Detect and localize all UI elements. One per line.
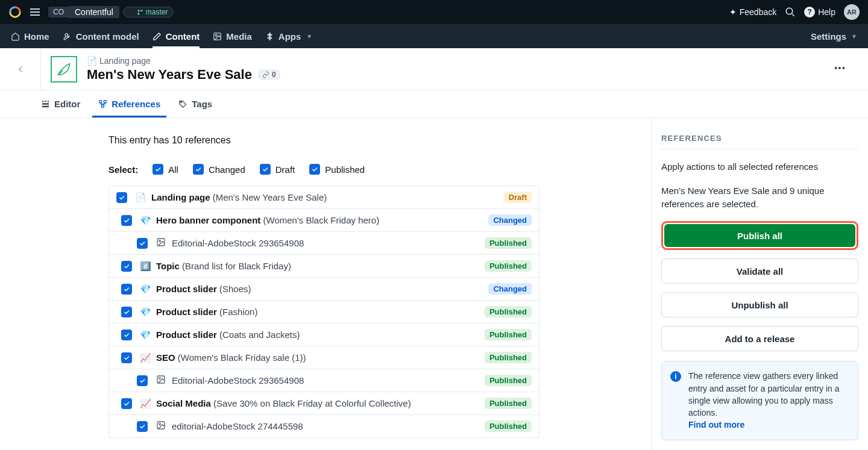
link-count-badge[interactable]: 0 — [258, 69, 280, 80]
reference-row[interactable]: 📄Landing page (Men's New Years Eve Sale)… — [109, 186, 539, 209]
validate-all-button[interactable]: Validate all — [661, 258, 858, 284]
reference-type: Hero banner component — [156, 215, 260, 225]
back-button[interactable] — [0, 48, 41, 90]
chevron-down-icon: ▼ — [306, 33, 312, 40]
references-icon — [98, 99, 107, 108]
wrench-icon — [63, 32, 72, 41]
select-label: Select: — [108, 164, 138, 175]
more-icon — [833, 61, 846, 75]
svg-point-1 — [137, 10, 139, 11]
help-link[interactable]: ? Help — [804, 7, 835, 17]
chevron-down-icon: ▼ — [851, 33, 857, 40]
help-label: Help — [818, 7, 835, 17]
checkbox-icon — [309, 164, 320, 175]
image-icon — [213, 32, 222, 41]
nav-content[interactable]: Content — [153, 24, 200, 48]
tab-references[interactable]: References — [98, 90, 160, 117]
reference-icon: 📄 — [134, 192, 146, 203]
checkbox-icon[interactable] — [121, 284, 132, 295]
entry-header: 📄 Landing page Men's New Years Eve Sale … — [0, 48, 868, 90]
nav-home[interactable]: Home — [11, 24, 49, 48]
reference-icon — [155, 237, 167, 249]
svg-point-10 — [42, 101, 44, 102]
unpublish-all-button[interactable]: Unpublish all — [661, 292, 858, 317]
publish-all-highlight: Publish all — [661, 221, 858, 250]
reference-icon: 📈 — [139, 352, 151, 363]
checkbox-icon[interactable] — [121, 352, 132, 363]
filter-draft[interactable]: Draft — [260, 164, 295, 175]
reference-row[interactable]: editorial-AdobeStock 274445598Published — [109, 415, 539, 438]
checkbox-icon[interactable] — [137, 238, 148, 249]
reference-row[interactable]: 💎Product slider (Shoes)Changed — [109, 278, 539, 301]
editor-icon — [41, 99, 50, 108]
checkbox-icon[interactable] — [137, 421, 148, 432]
puzzle-icon — [265, 32, 274, 41]
reference-row[interactable]: Editorial-AdobeStock 293654908Published — [109, 232, 539, 255]
reference-type: Topic — [156, 261, 180, 271]
reference-icon: 💎 — [139, 330, 151, 340]
status-badge: Published — [485, 375, 532, 386]
reference-type: Product slider — [156, 330, 217, 340]
project-name[interactable]: Contentful — [69, 6, 119, 18]
reference-row[interactable]: 📈SEO (Women's Black Friday sale (1))Publ… — [109, 346, 539, 369]
nav-apps[interactable]: Apps ▼ — [265, 24, 312, 48]
svg-point-3 — [141, 10, 143, 11]
info-link[interactable]: Find out more — [688, 420, 744, 430]
filter-all[interactable]: All — [153, 164, 178, 175]
entry-tabs: Editor References Tags — [0, 90, 868, 118]
filter-published[interactable]: Published — [309, 164, 365, 175]
search-icon[interactable] — [785, 7, 796, 17]
feedback-link[interactable]: ✦ Feedback — [729, 7, 776, 17]
space-badge[interactable]: CO — [48, 7, 69, 17]
checkbox-icon[interactable] — [121, 215, 132, 226]
page-icon: 📄 — [87, 56, 97, 66]
tab-tags[interactable]: Tags — [178, 90, 212, 117]
checkbox-icon[interactable] — [121, 398, 132, 409]
reference-name: (Fashion) — [219, 307, 257, 317]
reference-icon: 💎 — [139, 215, 151, 226]
checkbox-icon[interactable] — [121, 261, 132, 272]
reference-row[interactable]: 💎Product slider (Fashion)Published — [109, 301, 539, 323]
reference-row[interactable]: 📈Social Media (Save 30% on Black Friday … — [109, 392, 539, 415]
add-to-release-button[interactable]: Add to a release — [661, 326, 858, 351]
publish-all-button[interactable]: Publish all — [664, 224, 855, 247]
main-nav: Home Content model Content Media Apps ▼ … — [0, 24, 868, 48]
nav-content-model[interactable]: Content model — [63, 24, 139, 48]
checkbox-icon[interactable] — [121, 330, 132, 340]
image-icon — [156, 237, 166, 247]
svg-point-20 — [159, 240, 161, 242]
svg-point-18 — [181, 101, 182, 102]
nav-media[interactable]: Media — [213, 24, 252, 48]
image-icon — [156, 420, 166, 430]
checkbox-icon[interactable] — [116, 192, 127, 203]
checkbox-icon[interactable] — [137, 375, 148, 386]
environment-badge[interactable]: master — [123, 7, 174, 17]
reference-icon: 💎 — [139, 284, 151, 295]
entry-actions-menu[interactable] — [833, 61, 858, 77]
svg-rect-13 — [42, 103, 49, 105]
reference-name: (Men's New Years Eve Sale) — [213, 192, 327, 202]
breadcrumb[interactable]: 📄 Landing page — [87, 56, 280, 66]
avatar[interactable]: AR — [844, 4, 860, 20]
reference-row[interactable]: Editorial-AdobeStock 293654908Published — [109, 369, 539, 392]
reference-name: (Women's Black Friday sale (1)) — [178, 352, 306, 363]
nav-settings[interactable]: Settings ▼ — [811, 31, 857, 42]
reference-name: (Shoes) — [219, 284, 251, 294]
reference-row[interactable]: 💎Hero banner component (Women's Black Fr… — [109, 209, 539, 232]
reference-row[interactable]: #️⃣Topic (Brand list for Black Friday)Pu… — [109, 255, 539, 278]
status-badge: Published — [485, 237, 532, 249]
checkbox-icon — [260, 164, 271, 175]
pencil-icon — [153, 32, 162, 41]
checkbox-icon[interactable] — [121, 307, 132, 317]
chevron-left-icon — [15, 64, 26, 75]
reference-name: editorial-AdobeStock 274445598 — [172, 421, 303, 431]
reference-name: Editorial-AdobeStock 293654908 — [172, 238, 304, 248]
svg-point-2 — [137, 13, 139, 14]
status-badge: Published — [485, 329, 532, 340]
menu-icon[interactable] — [30, 8, 40, 16]
svg-point-6 — [216, 34, 218, 36]
filter-changed[interactable]: Changed — [193, 164, 245, 175]
tag-icon — [178, 99, 187, 108]
tab-editor[interactable]: Editor — [41, 90, 80, 117]
reference-row[interactable]: 💎Product slider (Coats and Jackets)Publi… — [109, 323, 539, 346]
